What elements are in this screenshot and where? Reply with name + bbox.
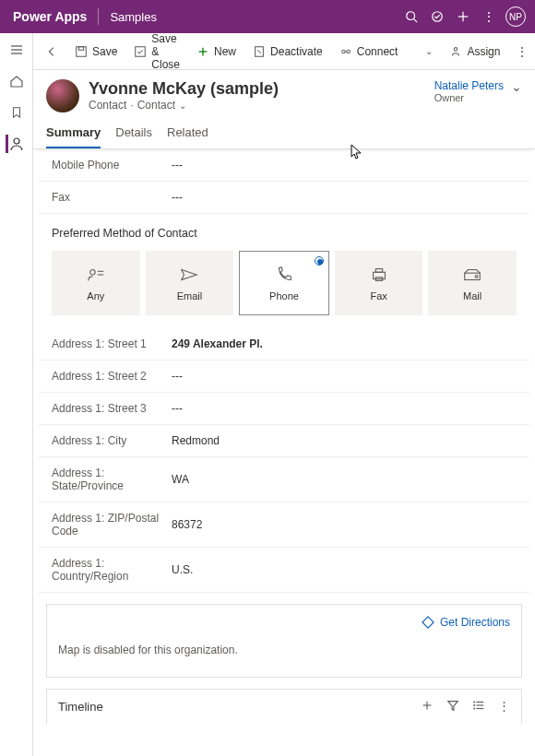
home-icon[interactable] <box>7 72 26 90</box>
deactivate-button[interactable]: Deactivate <box>246 41 329 62</box>
timeline-add-icon[interactable] <box>421 699 434 715</box>
map-disabled-message: Map is disabled for this organization. <box>58 636 510 666</box>
connect-button[interactable]: Connect <box>333 41 405 62</box>
svg-rect-11 <box>136 46 146 56</box>
user-avatar[interactable]: NP <box>505 6 526 27</box>
svg-rect-23 <box>373 272 385 278</box>
get-directions-link[interactable]: Get Directions <box>58 616 510 629</box>
svg-point-19 <box>455 47 458 51</box>
tab-summary[interactable]: Summary <box>46 125 101 148</box>
preferred-contact-label: Preferred Method of Contact <box>39 214 529 245</box>
app-name: Power Apps <box>13 9 87 24</box>
add-icon[interactable] <box>450 10 476 23</box>
contact-photo[interactable] <box>46 79 79 112</box>
tab-details[interactable]: Details <box>115 125 152 148</box>
form-picker-icon[interactable]: ⌄ <box>179 100 186 111</box>
field-city[interactable]: Address 1: City Redmond <box>39 425 529 457</box>
mouse-cursor <box>351 144 363 160</box>
command-overflow[interactable]: ⋮ <box>510 41 534 62</box>
pick-phone[interactable]: Phone <box>239 251 329 315</box>
bookmark-icon[interactable] <box>7 103 26 122</box>
svg-point-8 <box>14 138 19 144</box>
search-icon[interactable] <box>398 10 424 23</box>
title-bar: Power Apps Samples ⋮ NP <box>0 0 535 33</box>
record-title: Yvonne McKay (sample) <box>89 79 279 99</box>
svg-line-1 <box>414 19 418 23</box>
svg-point-33 <box>474 702 475 703</box>
nav-rail <box>0 33 33 756</box>
svg-point-20 <box>89 270 95 276</box>
timeline-list-icon[interactable] <box>472 699 485 715</box>
svg-point-17 <box>347 50 351 53</box>
svg-rect-10 <box>78 46 83 50</box>
pick-fax[interactable]: Fax <box>335 251 423 315</box>
form-tabs: Summary Details Related <box>33 112 535 149</box>
preferred-contact-picker: Any Email Phone Fax Mail <box>39 245 529 328</box>
assign-button[interactable]: Assign <box>443 41 506 62</box>
pick-any[interactable]: Any <box>52 251 140 315</box>
pick-mail[interactable]: Mail <box>428 251 517 315</box>
titlebar-divider <box>98 8 99 25</box>
svg-point-16 <box>341 50 345 53</box>
field-country[interactable]: Address 1: Country/Region U.S. <box>39 548 529 593</box>
timeline-title: Timeline <box>58 700 103 714</box>
command-bar: Save Save & Close New Deactivate Connect… <box>33 33 535 70</box>
timeline-header: Timeline ⋮ <box>46 689 522 724</box>
svg-point-2 <box>433 12 443 22</box>
owner-name[interactable]: Natalie Peters <box>434 79 504 92</box>
svg-point-35 <box>474 708 475 709</box>
field-street2[interactable]: Address 1: Street 2 --- <box>39 360 529 393</box>
tab-related[interactable]: Related <box>167 125 208 148</box>
form-name: Contact <box>137 99 175 112</box>
contact-icon[interactable] <box>6 135 24 153</box>
svg-point-34 <box>474 705 475 706</box>
overflow-icon[interactable]: ⋮ <box>476 9 502 24</box>
save-close-button[interactable]: Save & Close <box>127 33 186 75</box>
timeline-overflow-icon[interactable]: ⋮ <box>498 699 510 715</box>
svg-rect-24 <box>375 269 382 273</box>
svg-point-0 <box>407 12 415 20</box>
owner-label: Owner <box>434 92 504 103</box>
field-state[interactable]: Address 1: State/Province WA <box>39 457 529 502</box>
connect-dropdown[interactable]: ⌄ <box>419 42 439 60</box>
svg-rect-9 <box>77 46 87 56</box>
field-zip[interactable]: Address 1: ZIP/Postal Code 86372 <box>39 502 529 548</box>
pick-email[interactable]: Email <box>146 251 234 315</box>
radio-selected-icon <box>315 256 324 266</box>
field-street1[interactable]: Address 1: Street 1 249 Alexander Pl. <box>39 328 529 360</box>
field-mobile-phone[interactable]: Mobile Phone --- <box>39 149 529 182</box>
entity-name: Contact <box>89 99 126 112</box>
save-button[interactable]: Save <box>68 41 124 62</box>
record-header: Yvonne McKay (sample) Contact · Contact … <box>33 70 535 112</box>
area-name: Samples <box>110 10 157 24</box>
form-content: Mobile Phone --- Fax --- Preferred Metho… <box>33 149 535 756</box>
task-icon[interactable] <box>424 10 450 23</box>
svg-point-27 <box>475 275 478 278</box>
timeline-filter-icon[interactable] <box>446 699 459 715</box>
field-fax[interactable]: Fax --- <box>39 182 529 214</box>
back-button[interactable] <box>39 41 65 62</box>
hamburger-icon[interactable] <box>7 41 26 59</box>
field-street3[interactable]: Address 1: Street 3 --- <box>39 393 529 425</box>
header-expand-icon[interactable]: ⌄ <box>511 79 522 94</box>
new-button[interactable]: New <box>190 41 243 62</box>
map-card: Get Directions Map is disabled for this … <box>46 604 522 678</box>
svg-line-15 <box>257 50 261 53</box>
